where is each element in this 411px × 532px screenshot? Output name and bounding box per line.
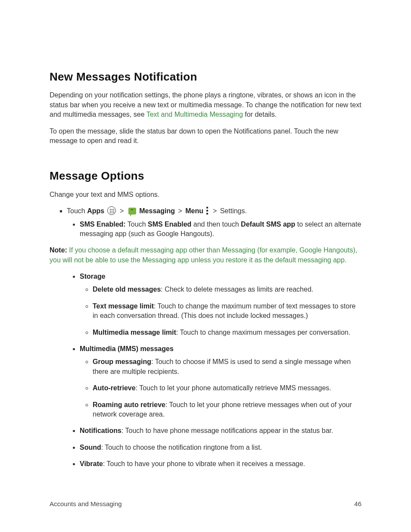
text: Touch: [126, 221, 148, 228]
text: : Touch to have phone message notificati…: [121, 427, 333, 434]
list-item: Roaming auto retrieve: Touch to let your…: [93, 400, 361, 420]
list-item: Delete old messages: Check to delete mes…: [93, 285, 361, 294]
label-storage: Storage: [80, 273, 106, 280]
label: Auto-retrieve: [93, 384, 136, 392]
label-apps: Apps: [87, 207, 104, 215]
label: Group messaging: [93, 358, 151, 365]
text: : Touch to change maximum messages per c…: [176, 329, 350, 336]
list-item: Auto-retrieve: Touch to let your phone a…: [93, 383, 361, 393]
separator: >: [211, 207, 218, 215]
label: Text message limit: [93, 302, 154, 310]
settings-path-list: Touch Apps > Messaging > Menu > Settings…: [50, 206, 361, 239]
label: Sound: [80, 444, 101, 451]
note-text: If you choose a default messaging app ot…: [50, 246, 357, 263]
list-item-storage: Storage Delete old messages: Check to de…: [80, 272, 361, 337]
label-sms-enabled: SMS Enabled:: [80, 221, 126, 228]
label: Notifications: [80, 427, 121, 434]
messaging-icon: [128, 208, 136, 215]
note: Note: If you choose a default messaging …: [50, 246, 361, 265]
label: Vibrate: [80, 460, 103, 467]
label: Delete old messages: [93, 286, 161, 293]
text: and then touch: [191, 221, 241, 228]
label-menu: Menu: [185, 207, 203, 215]
label: Multimedia message limit: [93, 329, 176, 336]
label: SMS Enabled: [148, 221, 191, 228]
mms-sublist: Group messaging: Touch to choose if MMS …: [80, 357, 361, 419]
text: Settings.: [220, 207, 247, 215]
text: : Touch to let your phone automatically …: [136, 384, 331, 392]
list-item-vibrate: Vibrate: Touch to have your phone to vib…: [80, 459, 361, 469]
apps-icon: [107, 206, 116, 215]
text: : Touch to have your phone to vibrate wh…: [103, 460, 305, 467]
text: for details.: [243, 111, 277, 118]
text: Touch: [67, 207, 87, 215]
list-item: Touch Apps > Messaging > Menu > Settings…: [67, 206, 361, 239]
list-item: Multimedia message limit: Touch to chang…: [93, 328, 361, 337]
heading-message-options: Message Options: [50, 168, 361, 184]
label-messaging: Messaging: [139, 207, 175, 215]
paragraph: Change your text and MMS options.: [50, 190, 361, 199]
list-item: Text message limit: Touch to change the …: [93, 302, 361, 321]
text: : Touch to choose the notification ringt…: [101, 444, 262, 451]
list-item-mms: Multimedia (MMS) messages Group messagin…: [80, 344, 361, 419]
heading-new-messages: New Messages Notification: [50, 69, 361, 84]
paragraph: To open the message, slide the status ba…: [50, 127, 361, 146]
storage-sublist: Delete old messages: Check to delete mes…: [80, 285, 361, 337]
footer-section: Accounts and Messaging: [50, 499, 122, 508]
list-item: SMS Enabled: Touch SMS Enabled and then …: [80, 220, 361, 239]
list-item: Group messaging: Touch to choose if MMS …: [93, 357, 361, 376]
separator: >: [118, 207, 126, 215]
list-item-sound: Sound: Touch to choose the notification …: [80, 443, 361, 452]
menu-icon: [206, 207, 209, 215]
label: Default SMS app: [241, 221, 295, 228]
label-mms: Multimedia (MMS) messages: [80, 345, 174, 352]
paragraph: Depending on your notification settings,…: [50, 90, 361, 119]
link-text-multimedia-messaging[interactable]: Text and Multimedia Messaging: [146, 111, 243, 118]
footer-page-number: 46: [354, 499, 361, 508]
list-item-notifications: Notifications: Touch to have phone messa…: [80, 426, 361, 436]
options-list: Storage Delete old messages: Check to de…: [50, 272, 361, 469]
label: Roaming auto retrieve: [93, 401, 165, 408]
text: : Check to delete messages as limits are…: [161, 286, 313, 293]
sublist: SMS Enabled: Touch SMS Enabled and then …: [67, 220, 361, 239]
separator: >: [176, 207, 184, 215]
note-label: Note:: [50, 246, 67, 254]
page-footer: Accounts and Messaging 46: [50, 499, 361, 508]
